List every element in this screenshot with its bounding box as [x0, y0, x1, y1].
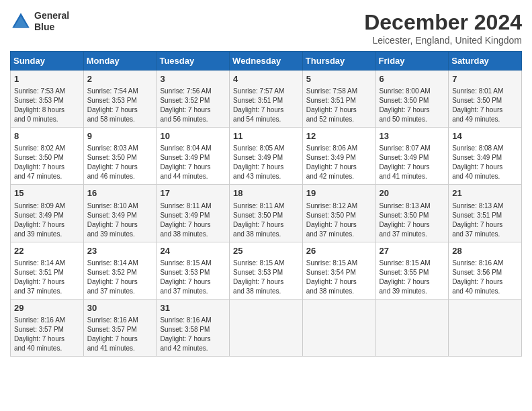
calendar: SundayMondayTuesdayWednesdayThursdayFrid…: [10, 51, 522, 357]
calendar-cell: 12Sunrise: 8:06 AM Sunset: 3:49 PM Dayli…: [302, 128, 375, 185]
page-header: General Blue December 2024 Leicester, En…: [10, 10, 522, 46]
day-info: Sunrise: 7:53 AM Sunset: 3:53 PM Dayligh…: [14, 87, 80, 124]
day-number: 7: [452, 73, 518, 85]
day-header-saturday: Saturday: [449, 52, 522, 71]
day-number: 27: [380, 245, 445, 257]
day-header-monday: Monday: [83, 52, 157, 71]
calendar-cell: 1Sunrise: 7:53 AM Sunset: 3:53 PM Daylig…: [11, 71, 84, 128]
day-header-thursday: Thursday: [302, 52, 375, 71]
day-info: Sunrise: 8:14 AM Sunset: 3:51 PM Dayligh…: [14, 259, 80, 296]
day-info: Sunrise: 7:56 AM Sunset: 3:52 PM Dayligh…: [160, 87, 226, 124]
day-info: Sunrise: 8:13 AM Sunset: 3:50 PM Dayligh…: [380, 201, 445, 239]
day-number: 31: [160, 302, 226, 314]
day-number: 13: [380, 130, 445, 142]
day-info: Sunrise: 8:05 AM Sunset: 3:49 PM Dayligh…: [233, 144, 299, 181]
logo-line2: Blue: [34, 21, 69, 33]
calendar-cell: 18Sunrise: 8:11 AM Sunset: 3:50 PM Dayli…: [230, 185, 303, 242]
calendar-cell: 29Sunrise: 8:16 AM Sunset: 3:57 PM Dayli…: [11, 299, 84, 356]
day-number: 2: [87, 73, 153, 85]
day-number: 6: [380, 73, 445, 85]
calendar-cell: 3Sunrise: 7:56 AM Sunset: 3:52 PM Daylig…: [157, 71, 230, 128]
day-number: 24: [160, 245, 226, 257]
day-info: Sunrise: 8:03 AM Sunset: 3:50 PM Dayligh…: [87, 144, 153, 181]
day-header-wednesday: Wednesday: [230, 52, 303, 71]
day-info: Sunrise: 8:09 AM Sunset: 3:49 PM Dayligh…: [14, 201, 80, 239]
day-info: Sunrise: 8:10 AM Sunset: 3:49 PM Dayligh…: [87, 201, 153, 239]
day-number: 8: [14, 130, 80, 142]
day-info: Sunrise: 8:04 AM Sunset: 3:49 PM Dayligh…: [160, 144, 226, 181]
location: Leicester, England, United Kingdom: [364, 35, 522, 46]
calendar-header-row: SundayMondayTuesdayWednesdayThursdayFrid…: [11, 52, 522, 71]
day-info: Sunrise: 8:11 AM Sunset: 3:49 PM Dayligh…: [160, 201, 226, 239]
calendar-cell: 28Sunrise: 8:16 AM Sunset: 3:56 PM Dayli…: [449, 242, 522, 299]
calendar-cell: 2Sunrise: 7:54 AM Sunset: 3:53 PM Daylig…: [83, 71, 157, 128]
day-number: 18: [233, 187, 299, 199]
calendar-week-5: 29Sunrise: 8:16 AM Sunset: 3:57 PM Dayli…: [11, 299, 522, 356]
calendar-cell: [230, 299, 303, 356]
day-number: 25: [233, 245, 299, 257]
calendar-cell: 13Sunrise: 8:07 AM Sunset: 3:49 PM Dayli…: [375, 128, 449, 185]
calendar-cell: 20Sunrise: 8:13 AM Sunset: 3:50 PM Dayli…: [375, 185, 449, 242]
day-number: 22: [14, 245, 80, 257]
day-number: 16: [87, 187, 153, 199]
day-number: 4: [233, 73, 299, 85]
day-info: Sunrise: 8:16 AM Sunset: 3:57 PM Dayligh…: [14, 316, 80, 353]
day-info: Sunrise: 8:01 AM Sunset: 3:50 PM Dayligh…: [452, 87, 518, 124]
calendar-cell: 23Sunrise: 8:14 AM Sunset: 3:52 PM Dayli…: [83, 242, 157, 299]
day-info: Sunrise: 8:06 AM Sunset: 3:49 PM Dayligh…: [306, 144, 372, 181]
calendar-cell: 15Sunrise: 8:09 AM Sunset: 3:49 PM Dayli…: [11, 185, 84, 242]
day-number: 23: [87, 245, 153, 257]
day-number: 9: [87, 130, 153, 142]
day-number: 20: [380, 187, 445, 199]
calendar-cell: 27Sunrise: 8:15 AM Sunset: 3:55 PM Dayli…: [375, 242, 449, 299]
day-info: Sunrise: 8:15 AM Sunset: 3:53 PM Dayligh…: [160, 259, 226, 296]
day-number: 10: [160, 130, 226, 142]
calendar-cell: [449, 299, 522, 356]
calendar-cell: 22Sunrise: 8:14 AM Sunset: 3:51 PM Dayli…: [11, 242, 84, 299]
month-title: December 2024: [364, 10, 522, 35]
day-info: Sunrise: 8:07 AM Sunset: 3:49 PM Dayligh…: [380, 144, 445, 181]
day-info: Sunrise: 8:16 AM Sunset: 3:57 PM Dayligh…: [87, 316, 153, 353]
day-header-tuesday: Tuesday: [157, 52, 230, 71]
day-info: Sunrise: 7:57 AM Sunset: 3:51 PM Dayligh…: [233, 87, 299, 124]
day-number: 12: [306, 130, 372, 142]
day-number: 5: [306, 73, 372, 85]
day-info: Sunrise: 8:11 AM Sunset: 3:50 PM Dayligh…: [233, 201, 299, 239]
day-header-friday: Friday: [375, 52, 449, 71]
day-number: 19: [306, 187, 372, 199]
day-info: Sunrise: 8:02 AM Sunset: 3:50 PM Dayligh…: [14, 144, 80, 181]
day-number: 3: [160, 73, 226, 85]
day-info: Sunrise: 8:13 AM Sunset: 3:51 PM Dayligh…: [452, 201, 518, 239]
day-info: Sunrise: 7:54 AM Sunset: 3:53 PM Dayligh…: [87, 87, 153, 124]
day-number: 30: [87, 302, 153, 314]
logo-icon: [10, 11, 32, 32]
day-info: Sunrise: 8:12 AM Sunset: 3:50 PM Dayligh…: [306, 201, 372, 239]
calendar-week-2: 8Sunrise: 8:02 AM Sunset: 3:50 PM Daylig…: [11, 128, 522, 185]
day-number: 11: [233, 130, 299, 142]
day-info: Sunrise: 8:14 AM Sunset: 3:52 PM Dayligh…: [87, 259, 153, 296]
day-info: Sunrise: 8:15 AM Sunset: 3:55 PM Dayligh…: [380, 259, 445, 296]
day-number: 29: [14, 302, 80, 314]
calendar-cell: 8Sunrise: 8:02 AM Sunset: 3:50 PM Daylig…: [11, 128, 84, 185]
calendar-cell: 31Sunrise: 8:16 AM Sunset: 3:58 PM Dayli…: [157, 299, 230, 356]
logo: General Blue: [10, 10, 69, 33]
title-block: December 2024 Leicester, England, United…: [364, 10, 522, 46]
calendar-cell: 14Sunrise: 8:08 AM Sunset: 3:49 PM Dayli…: [449, 128, 522, 185]
calendar-cell: 10Sunrise: 8:04 AM Sunset: 3:49 PM Dayli…: [157, 128, 230, 185]
calendar-cell: 16Sunrise: 8:10 AM Sunset: 3:49 PM Dayli…: [83, 185, 157, 242]
calendar-cell: 24Sunrise: 8:15 AM Sunset: 3:53 PM Dayli…: [157, 242, 230, 299]
calendar-cell: 19Sunrise: 8:12 AM Sunset: 3:50 PM Dayli…: [302, 185, 375, 242]
calendar-cell: 25Sunrise: 8:15 AM Sunset: 3:53 PM Dayli…: [230, 242, 303, 299]
calendar-cell: [302, 299, 375, 356]
day-number: 17: [160, 187, 226, 199]
calendar-cell: 9Sunrise: 8:03 AM Sunset: 3:50 PM Daylig…: [83, 128, 157, 185]
calendar-cell: 6Sunrise: 8:00 AM Sunset: 3:50 PM Daylig…: [375, 71, 449, 128]
day-info: Sunrise: 8:15 AM Sunset: 3:53 PM Dayligh…: [233, 259, 299, 296]
calendar-cell: 5Sunrise: 7:58 AM Sunset: 3:51 PM Daylig…: [302, 71, 375, 128]
day-info: Sunrise: 8:15 AM Sunset: 3:54 PM Dayligh…: [306, 259, 372, 296]
day-number: 21: [452, 187, 518, 199]
day-info: Sunrise: 7:58 AM Sunset: 3:51 PM Dayligh…: [306, 87, 372, 124]
calendar-cell: 17Sunrise: 8:11 AM Sunset: 3:49 PM Dayli…: [157, 185, 230, 242]
day-header-sunday: Sunday: [11, 52, 84, 71]
calendar-week-4: 22Sunrise: 8:14 AM Sunset: 3:51 PM Dayli…: [11, 242, 522, 299]
